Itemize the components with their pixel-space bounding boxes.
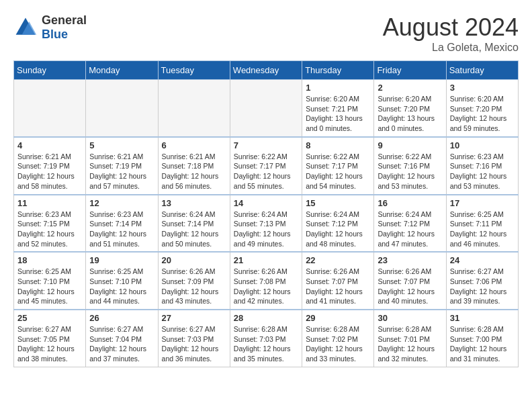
day-cell: 29Sunrise: 6:28 AM Sunset: 7:02 PM Dayli… [302,310,374,367]
day-number: 26 [89,313,154,323]
day-info: Sunrise: 6:28 AM Sunset: 7:00 PM Dayligh… [450,324,515,364]
day-cell: 15Sunrise: 6:24 AM Sunset: 7:12 PM Dayli… [302,195,374,253]
day-number: 9 [378,140,442,150]
week-row-1: 1Sunrise: 6:20 AM Sunset: 7:21 PM Daylig… [14,80,519,137]
day-info: Sunrise: 6:27 AM Sunset: 7:06 PM Dayligh… [450,267,515,306]
weekday-header-wednesday: Wednesday [230,61,302,80]
weekday-header-sunday: Sunday [14,61,86,80]
day-cell [86,80,158,137]
day-cell: 14Sunrise: 6:24 AM Sunset: 7:13 PM Dayli… [230,195,302,253]
day-number: 21 [234,255,298,265]
day-cell: 16Sunrise: 6:24 AM Sunset: 7:12 PM Dayli… [374,195,446,253]
day-cell: 6Sunrise: 6:21 AM Sunset: 7:18 PM Daylig… [158,137,230,195]
day-info: Sunrise: 6:22 AM Sunset: 7:17 PM Dayligh… [306,152,370,191]
day-info: Sunrise: 6:27 AM Sunset: 7:05 PM Dayligh… [17,324,82,364]
day-number: 23 [378,255,442,265]
day-number: 14 [234,198,298,208]
day-cell: 8Sunrise: 6:22 AM Sunset: 7:17 PM Daylig… [302,137,374,195]
day-cell: 26Sunrise: 6:27 AM Sunset: 7:04 PM Dayli… [86,310,158,367]
day-number: 20 [162,255,226,265]
day-cell: 19Sunrise: 6:25 AM Sunset: 7:10 PM Dayli… [86,252,158,310]
day-cell: 1Sunrise: 6:20 AM Sunset: 7:21 PM Daylig… [302,80,374,137]
day-number: 22 [306,255,370,265]
location: La Goleta, Mexico [383,42,519,54]
day-number: 28 [234,313,298,323]
day-number: 2 [378,83,442,93]
day-cell: 20Sunrise: 6:26 AM Sunset: 7:09 PM Dayli… [158,252,230,310]
weekday-header-tuesday: Tuesday [158,61,230,80]
day-cell [158,80,230,137]
day-info: Sunrise: 6:20 AM Sunset: 7:20 PM Dayligh… [450,94,515,134]
day-number: 19 [89,255,154,265]
day-cell: 25Sunrise: 6:27 AM Sunset: 7:05 PM Dayli… [14,310,86,367]
day-number: 25 [17,313,82,323]
day-info: Sunrise: 6:22 AM Sunset: 7:17 PM Dayligh… [234,152,298,191]
day-cell [14,80,86,137]
day-info: Sunrise: 6:24 AM Sunset: 7:13 PM Dayligh… [234,210,298,249]
day-number: 8 [306,140,370,150]
day-info: Sunrise: 6:23 AM Sunset: 7:16 PM Dayligh… [450,152,515,191]
day-number: 7 [234,140,298,150]
day-cell: 9Sunrise: 6:22 AM Sunset: 7:16 PM Daylig… [374,137,446,195]
day-number: 1 [306,83,370,93]
logo-text: General Blue [42,13,87,42]
day-info: Sunrise: 6:26 AM Sunset: 7:08 PM Dayligh… [234,267,298,306]
day-number: 29 [306,313,370,323]
day-number: 30 [378,313,442,323]
day-cell: 30Sunrise: 6:28 AM Sunset: 7:01 PM Dayli… [374,310,446,367]
day-number: 11 [17,198,82,208]
calendar-table: SundayMondayTuesdayWednesdayThursdayFrid… [13,60,519,367]
day-number: 12 [89,198,154,208]
day-number: 5 [89,140,154,150]
day-info: Sunrise: 6:22 AM Sunset: 7:16 PM Dayligh… [378,152,442,191]
page-header: General Blue August 2024 La Goleta, Mexi… [13,13,519,54]
logo-icon [13,15,38,40]
weekday-header-friday: Friday [374,61,446,80]
day-cell: 7Sunrise: 6:22 AM Sunset: 7:17 PM Daylig… [230,137,302,195]
day-info: Sunrise: 6:24 AM Sunset: 7:12 PM Dayligh… [306,210,370,249]
day-cell [230,80,302,137]
weekday-header-saturday: Saturday [446,61,518,80]
day-info: Sunrise: 6:25 AM Sunset: 7:10 PM Dayligh… [17,267,82,306]
week-row-5: 25Sunrise: 6:27 AM Sunset: 7:05 PM Dayli… [14,310,519,367]
day-info: Sunrise: 6:23 AM Sunset: 7:15 PM Dayligh… [17,210,82,249]
day-cell: 10Sunrise: 6:23 AM Sunset: 7:16 PM Dayli… [446,137,518,195]
day-cell: 5Sunrise: 6:21 AM Sunset: 7:19 PM Daylig… [86,137,158,195]
day-number: 4 [17,140,82,150]
day-cell: 23Sunrise: 6:26 AM Sunset: 7:07 PM Dayli… [374,252,446,310]
week-row-3: 11Sunrise: 6:23 AM Sunset: 7:15 PM Dayli… [14,195,519,253]
logo-general: General [42,13,87,28]
weekday-header-thursday: Thursday [302,61,374,80]
day-info: Sunrise: 6:28 AM Sunset: 7:03 PM Dayligh… [234,324,298,364]
day-cell: 11Sunrise: 6:23 AM Sunset: 7:15 PM Dayli… [14,195,86,253]
day-info: Sunrise: 6:28 AM Sunset: 7:02 PM Dayligh… [306,324,370,364]
title-block: August 2024 La Goleta, Mexico [383,13,519,54]
day-info: Sunrise: 6:27 AM Sunset: 7:04 PM Dayligh… [89,324,154,364]
day-number: 16 [378,198,442,208]
day-info: Sunrise: 6:20 AM Sunset: 7:20 PM Dayligh… [378,94,442,134]
day-info: Sunrise: 6:25 AM Sunset: 7:11 PM Dayligh… [450,210,515,249]
day-info: Sunrise: 6:28 AM Sunset: 7:01 PM Dayligh… [378,324,442,364]
day-cell: 4Sunrise: 6:21 AM Sunset: 7:19 PM Daylig… [14,137,86,195]
day-info: Sunrise: 6:21 AM Sunset: 7:18 PM Dayligh… [162,152,226,191]
day-cell: 22Sunrise: 6:26 AM Sunset: 7:07 PM Dayli… [302,252,374,310]
weekday-header-monday: Monday [86,61,158,80]
day-info: Sunrise: 6:26 AM Sunset: 7:07 PM Dayligh… [378,267,442,306]
day-number: 13 [162,198,226,208]
day-number: 3 [450,83,515,93]
day-cell: 28Sunrise: 6:28 AM Sunset: 7:03 PM Dayli… [230,310,302,367]
day-info: Sunrise: 6:24 AM Sunset: 7:12 PM Dayligh… [378,210,442,249]
day-number: 6 [162,140,226,150]
day-info: Sunrise: 6:21 AM Sunset: 7:19 PM Dayligh… [17,152,82,191]
day-cell: 2Sunrise: 6:20 AM Sunset: 7:20 PM Daylig… [374,80,446,137]
logo-blue: Blue [42,28,87,42]
day-number: 24 [450,255,515,265]
day-info: Sunrise: 6:26 AM Sunset: 7:07 PM Dayligh… [306,267,370,306]
day-number: 17 [450,198,515,208]
weekday-header-row: SundayMondayTuesdayWednesdayThursdayFrid… [14,61,519,80]
day-info: Sunrise: 6:23 AM Sunset: 7:14 PM Dayligh… [89,210,154,249]
day-info: Sunrise: 6:26 AM Sunset: 7:09 PM Dayligh… [162,267,226,306]
day-cell: 12Sunrise: 6:23 AM Sunset: 7:14 PM Dayli… [86,195,158,253]
day-cell: 3Sunrise: 6:20 AM Sunset: 7:20 PM Daylig… [446,80,518,137]
month-year: August 2024 [383,13,519,42]
